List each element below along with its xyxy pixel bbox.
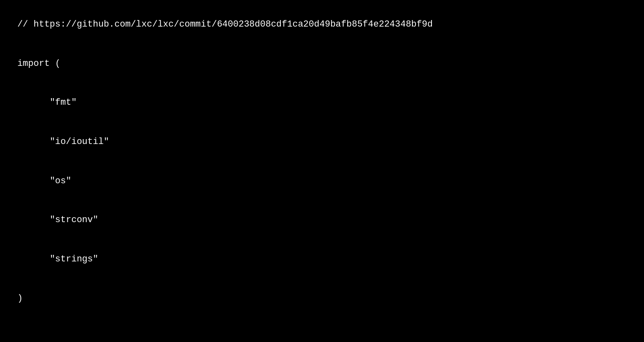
- line-8: ): [17, 293, 22, 304]
- code-viewer: // https://github.com/lxc/lxc/commit/640…: [7, 5, 637, 342]
- line-2: import (: [17, 59, 60, 69]
- line-7: "strings": [17, 254, 98, 264]
- line-5: "os": [17, 176, 71, 186]
- line-1: // https://github.com/lxc/lxc/commit/640…: [17, 19, 433, 29]
- line-4: "io/ioutil": [17, 137, 109, 147]
- line-3: "fmt": [17, 97, 76, 108]
- line-6: "strconv": [17, 215, 98, 225]
